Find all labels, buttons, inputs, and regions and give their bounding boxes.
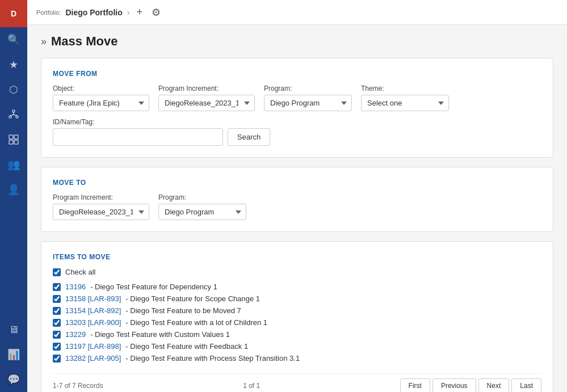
search-row: ID/Name/Tag: Search [53,118,541,146]
svg-point-2 [16,116,18,118]
svg-rect-8 [9,140,13,144]
item-link-5[interactable]: 13229 [65,330,86,339]
sidebar-item-monitor[interactable]: 🖥 [0,317,27,342]
list-item: 13154 [LAR-892] - Diego Test Feature to … [53,305,541,317]
list-item: 13196 - Diego Test Feature for Dependenc… [53,281,541,293]
page-info: 1 of 1 [243,382,260,390]
object-group: Object: Feature (Jira Epic) Story Epic [53,85,149,111]
previous-button[interactable]: Previous [432,378,476,392]
item-link-7[interactable]: 13282 [LAR-905] [65,354,121,363]
avatar: D [0,0,27,27]
check-all-row: Check all [53,268,541,276]
pi-to-label: Program Increment: [53,193,149,201]
program-group: Program: Diego Program Other Program [264,85,352,111]
item-checkbox-6[interactable] [53,343,61,351]
item-text-2: - Diego Test Feature for Scope Change 1 [125,294,260,303]
portfolio-label: Portfolio: [36,9,61,16]
object-select[interactable]: Feature (Jira Epic) Story Epic [53,95,149,111]
item-text-1: - Diego Test Feature for Dependency 1 [90,283,217,291]
theme-select[interactable]: Select one [361,95,449,111]
mass-move-icon: » [41,36,47,48]
svg-rect-6 [9,135,13,139]
item-checkbox-2[interactable] [53,295,61,303]
pi-select[interactable]: DiegoRelease_2023_1 DiegoRelease_2023_2 [158,95,255,111]
pi-to-group: Program Increment: DiegoRelease_2023_1 D… [53,193,149,220]
program-select[interactable]: Diego Program Other Program [264,95,352,111]
sidebar-item-chat[interactable]: 💬 [0,367,27,392]
content-area: » Mass Move MOVE FROM Object: Feature (J… [27,25,567,392]
item-text-7: - Diego Test Feature with Process Step T… [125,354,300,363]
portfolio-name: Diego Portfolio [65,8,122,17]
item-link-6[interactable]: 13197 [LAR-898] [65,342,121,351]
settings-button[interactable]: ⚙ [149,4,163,21]
item-checkbox-3[interactable] [53,307,61,315]
item-checkbox-7[interactable] [53,355,61,363]
items-title: ITEMS TO MOVE [53,253,541,261]
move-to-row: Program Increment: DiegoRelease_2023_1 D… [53,193,541,220]
sidebar-item-people[interactable]: 👥 [0,152,27,177]
sidebar-item-favorites[interactable]: ★ [0,52,27,77]
pi-group: Program Increment: DiegoRelease_2023_1 D… [158,85,255,111]
program-label: Program: [264,85,352,92]
theme-group: Theme: Select one [361,85,449,111]
item-checkbox-5[interactable] [53,331,61,339]
move-from-row: Object: Feature (Jira Epic) Story Epic P… [53,85,541,111]
item-text-5: - Diego Test Feature with Custom Values … [90,330,230,339]
item-link-2[interactable]: 13158 [LAR-893] [65,294,121,303]
list-item: 13282 [LAR-905] - Diego Test Feature wit… [53,352,541,364]
page-header: » Mass Move [41,34,553,49]
sidebar-item-hierarchy[interactable] [0,102,27,127]
items-list: Check all 13196 - Diego Test Feature for… [53,268,541,364]
page-title: Mass Move [51,34,117,49]
main-area: Portfolio: Diego Portfolio › + ⚙ » Mass … [27,0,567,392]
move-from-title: MOVE FROM [53,70,541,78]
sidebar-item-person[interactable]: 👤 [0,177,27,202]
breadcrumb-chevron: › [127,8,130,17]
records-info: 1-7 of 7 Records [53,382,103,390]
first-button[interactable]: First [400,378,430,392]
move-to-panel: MOVE TO Program Increment: DiegoRelease_… [41,167,553,232]
svg-line-4 [10,115,14,116]
program-to-group: Program: Diego Program Other Program [158,193,246,220]
topbar: Portfolio: Diego Portfolio › + ⚙ [27,0,567,25]
svg-rect-9 [14,140,18,144]
id-label: ID/Name/Tag: [53,118,223,126]
item-link-1[interactable]: 13196 [65,283,86,291]
move-from-panel: MOVE FROM Object: Feature (Jira Epic) St… [41,58,553,158]
pi-to-select[interactable]: DiegoRelease_2023_1 DiegoRelease_2023_2 [53,204,149,220]
sidebar: D 🔍 ★ ⬡ 👥 👤 🖥 📊 💬 [0,0,27,392]
sidebar-item-board[interactable] [0,127,27,152]
item-checkbox-4[interactable] [53,319,61,327]
check-all-checkbox[interactable] [53,268,61,276]
list-item: 13203 [LAR-900] - Diego Test Feature wit… [53,317,541,328]
item-link-3[interactable]: 13154 [LAR-892] [65,306,121,315]
item-link-4[interactable]: 13203 [LAR-900] [65,318,121,327]
item-text-3: - Diego Test Feature to be Moved 7 [125,306,241,315]
pagination-buttons: First Previous Next Last [400,378,541,392]
list-item: 13229 - Diego Test Feature with Custom V… [53,328,541,340]
check-all-label: Check all [65,268,95,276]
items-panel: ITEMS TO MOVE Check all 13196 - Diego Te… [41,241,553,392]
list-item: 13197 [LAR-898] - Diego Test Feature wit… [53,340,541,352]
last-button[interactable]: Last [511,378,541,392]
svg-point-1 [9,116,11,118]
theme-label: Theme: [361,85,449,92]
svg-line-5 [14,115,17,116]
item-text-6: - Diego Test Feature with Feedback 1 [125,342,248,351]
search-input[interactable] [53,128,223,146]
sidebar-item-search[interactable]: 🔍 [0,27,27,52]
program-to-select[interactable]: Diego Program Other Program [158,204,246,220]
list-item: 13158 [LAR-893] - Diego Test Feature for… [53,293,541,305]
add-button[interactable]: + [134,4,145,20]
pagination-bar: 1-7 of 7 Records 1 of 1 First Previous N… [53,373,541,392]
item-text-4: - Diego Test Feature with a lot of Child… [125,318,267,327]
search-button[interactable]: Search [228,128,270,146]
sidebar-item-chart[interactable]: 📊 [0,342,27,367]
item-checkbox-1[interactable] [53,283,61,291]
next-button[interactable]: Next [478,378,510,392]
svg-rect-7 [14,135,18,139]
sidebar-item-network[interactable]: ⬡ [0,77,27,102]
object-label: Object: [53,85,149,92]
svg-point-0 [12,110,15,112]
id-group: ID/Name/Tag: [53,118,223,146]
